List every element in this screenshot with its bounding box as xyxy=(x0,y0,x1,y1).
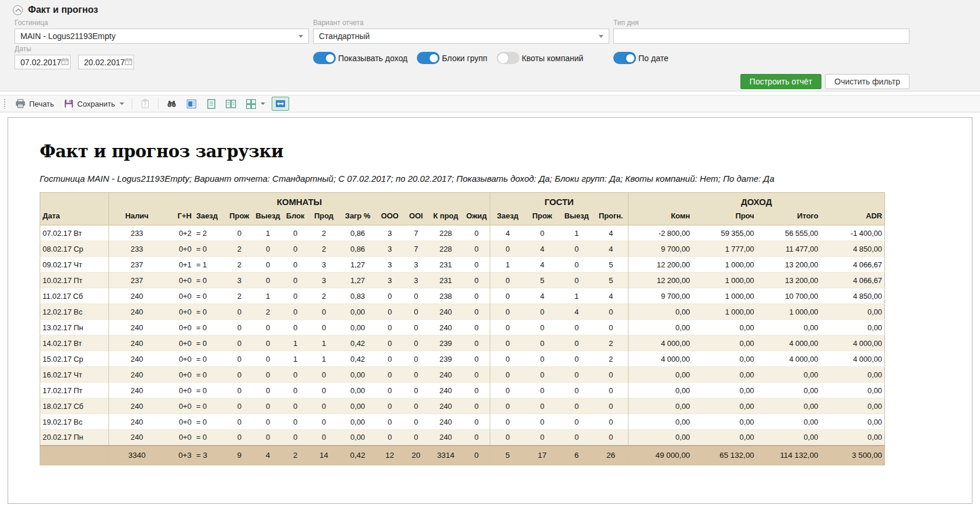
save-label: Сохранить xyxy=(78,100,115,108)
column-header: Прож xyxy=(525,209,560,225)
calendar-icon[interactable]: 7 xyxy=(61,58,69,67)
table-cell: 4 066,67 xyxy=(821,257,885,273)
svg-text:7: 7 xyxy=(64,61,66,65)
table-row: 17.02.17 Пт2400+0= 000000,0000240000000,… xyxy=(40,383,885,398)
table-cell: 0 xyxy=(525,304,560,320)
column-header: Налич xyxy=(109,209,165,225)
report-variant-select[interactable]: Стандартный xyxy=(313,29,609,44)
table-cell: 2 xyxy=(308,225,340,241)
table-cell: 231 xyxy=(428,273,463,288)
paste-button[interactable]: ? xyxy=(137,97,153,110)
collapse-panel-icon[interactable] xyxy=(13,5,23,15)
table-cell: 13 200,00 xyxy=(757,257,821,273)
table-cell: 2 xyxy=(308,288,340,304)
multi-page-view-button[interactable] xyxy=(243,97,268,110)
fit-page-width-button[interactable] xyxy=(272,97,289,111)
search-button[interactable] xyxy=(163,97,180,110)
day-type-input[interactable] xyxy=(613,29,909,44)
column-header: Ожид xyxy=(463,209,490,225)
column-header: ADR xyxy=(821,209,885,225)
single-page-view-button[interactable] xyxy=(203,97,219,110)
table-cell: 0,00 xyxy=(340,398,376,414)
table-cell: 0+2 xyxy=(165,225,194,241)
toggle-pill[interactable] xyxy=(497,52,519,64)
table-cell: 0+0 xyxy=(165,351,194,367)
table-cell: 0,00 xyxy=(628,414,693,430)
table-cell: 0 xyxy=(594,383,628,398)
table-cell: 10.02.17 Пт xyxy=(40,273,109,288)
table-cell: 0 xyxy=(226,383,254,398)
table-cell: 0,00 xyxy=(757,430,821,446)
save-button[interactable]: Сохранить xyxy=(61,97,128,110)
table-cell: 0 xyxy=(594,398,628,414)
table-cell: 4 xyxy=(594,225,628,241)
table-cell: 0 xyxy=(560,241,594,257)
column-header: Прод xyxy=(308,209,340,225)
toggle-company-quotas[interactable]: Квоты компаний xyxy=(497,52,584,64)
date-from-input[interactable]: 07.02.2017 7 xyxy=(15,55,71,69)
toggle-pill[interactable] xyxy=(417,52,440,64)
table-cell: 0,00 xyxy=(821,398,885,414)
table-cell: 0 xyxy=(560,398,594,414)
table-cell: 0 xyxy=(376,351,404,367)
table-cell: 4 850,00 xyxy=(821,241,885,257)
toggle-group-blocks[interactable]: Блоки групп xyxy=(417,52,487,64)
table-cell: 1 xyxy=(283,351,308,367)
table-cell: 5 xyxy=(525,273,560,288)
table-row: 15.02.17 Ср2400+0= 000110,4200239000024 … xyxy=(40,351,885,367)
chevron-down-icon xyxy=(120,103,124,105)
table-column-header-row: ДатаНаличГ+НЗаездПрожВыездБлокПродЗагр %… xyxy=(40,209,885,225)
hotel-select[interactable]: MAIN - Logus21193Empty xyxy=(15,29,309,44)
table-cell: 0 xyxy=(283,383,308,398)
table-cell: 0,00 xyxy=(821,304,885,320)
table-cell: 0,00 xyxy=(821,383,885,398)
table-cell: 0 xyxy=(404,398,428,414)
table-cell: 0 xyxy=(226,304,254,320)
group-header: ДОХОД xyxy=(628,193,885,210)
table-cell: 0 xyxy=(376,398,404,414)
date-to-input[interactable]: 20.02.2017 7 xyxy=(78,55,134,69)
table-cell: 5 xyxy=(594,273,628,288)
table-cell: = 0 xyxy=(194,320,226,336)
clear-filter-button[interactable]: Очистить фильтр xyxy=(825,74,909,89)
table-cell: 0 xyxy=(490,351,525,367)
table-cell: = 0 xyxy=(194,398,226,414)
build-report-button[interactable]: Построить отчёт xyxy=(740,74,822,89)
table-cell: 0 xyxy=(525,367,560,383)
table-cell: 0 xyxy=(560,320,594,336)
table-cell: 0 xyxy=(490,398,525,414)
page-layout-view-button[interactable] xyxy=(183,97,199,110)
table-cell: 3 xyxy=(376,225,404,241)
table-row: 20.02.17 Пн2400+0= 000000,0000240000000,… xyxy=(40,430,885,446)
toggle-by-date[interactable]: По дате xyxy=(613,52,668,64)
table-cell: 9 700,00 xyxy=(628,241,693,257)
toggle-pill[interactable] xyxy=(313,52,336,64)
toggle-pill[interactable] xyxy=(613,52,636,64)
table-cell: 0 xyxy=(463,414,490,430)
table-cell: 0 xyxy=(283,398,308,414)
two-pages-view-button[interactable] xyxy=(223,97,239,110)
table-cell: 0 xyxy=(525,414,560,430)
table-cell: 1 xyxy=(308,336,340,351)
column-header: Прогн. xyxy=(594,209,628,225)
print-button[interactable]: Печать xyxy=(12,97,57,110)
table-cell: 0,00 xyxy=(757,367,821,383)
table-cell: 1 xyxy=(560,288,594,304)
table-cell: 0,00 xyxy=(693,320,757,336)
column-header: Проч xyxy=(693,209,757,225)
column-header: Выезд xyxy=(254,209,283,225)
toolbar-grip[interactable] xyxy=(3,98,6,109)
table-cell: 0 xyxy=(283,288,308,304)
report-variant-value: Стандартный xyxy=(319,31,370,41)
table-cell: = 0 xyxy=(194,273,226,288)
total-cell: 65 132,00 xyxy=(693,446,757,465)
table-cell: 240 xyxy=(428,383,463,398)
table-cell: 0 xyxy=(490,320,525,336)
table-cell: 0 xyxy=(308,320,340,336)
table-cell: 4 000,00 xyxy=(757,351,821,367)
table-cell: 56 555,00 xyxy=(757,225,821,241)
calendar-icon[interactable]: 7 xyxy=(125,58,132,67)
table-cell: 0 xyxy=(560,383,594,398)
table-cell: 5 xyxy=(594,257,628,273)
toggle-show-revenue[interactable]: Показывать доход xyxy=(313,52,408,64)
